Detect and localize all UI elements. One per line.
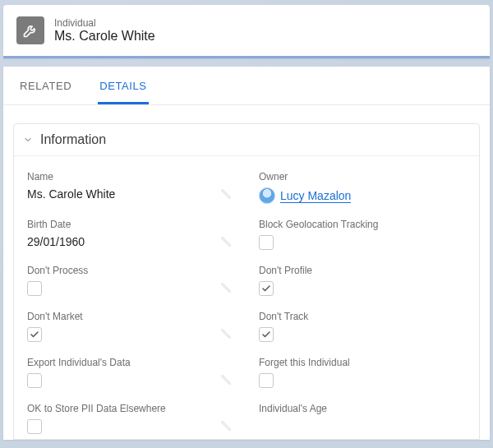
checkbox[interactable] — [27, 419, 42, 434]
field-label: OK to Store PII Data Elsewhere — [27, 403, 234, 414]
field-export-data: Export Individual's Data — [27, 357, 234, 388]
field-label: Individual's Age — [259, 403, 466, 414]
field-dont-market: Don't Market — [27, 311, 234, 342]
field-birth-date: Birth Date 29/01/1960 — [27, 219, 234, 250]
checkbox[interactable] — [27, 327, 42, 342]
field-name: Name Ms. Carole White — [27, 171, 234, 204]
checkbox[interactable] — [259, 235, 274, 250]
field-dont-profile: Don't Profile — [259, 265, 466, 296]
field-dont-process: Don't Process — [27, 265, 234, 296]
checkbox[interactable] — [259, 373, 274, 388]
field-individuals-age: Individual's Age — [259, 403, 466, 434]
field-ok-store-pii: OK to Store PII Data Elsewhere — [27, 403, 234, 434]
field-label: Block Geolocation Tracking — [259, 219, 466, 230]
field-label: Name — [27, 171, 234, 182]
field-block-geolocation: Block Geolocation Tracking — [259, 219, 466, 250]
chevron-down-icon — [22, 134, 34, 145]
field-value[interactable]: Ms. Carole White — [27, 187, 234, 201]
field-label: Don't Track — [259, 311, 466, 322]
wrench-icon — [16, 16, 44, 44]
details-panel: RELATED DETAILS Information Name Ms. Car… — [3, 67, 490, 440]
section-information: Information Name Ms. Carole White Owner … — [13, 123, 480, 440]
field-owner: Owner Lucy Mazalon — [259, 171, 466, 204]
field-label: Forget this Individual — [259, 357, 466, 368]
field-value[interactable]: 29/01/1960 — [27, 235, 234, 248]
tab-details[interactable]: DETAILS — [98, 67, 148, 104]
checkbox[interactable] — [27, 373, 42, 388]
field-label: Birth Date — [27, 219, 234, 230]
field-dont-track: Don't Track — [259, 311, 466, 342]
field-label: Owner — [259, 171, 466, 182]
field-label: Export Individual's Data — [27, 357, 234, 368]
avatar — [259, 187, 275, 204]
record-title: Ms. Carole White — [54, 29, 155, 44]
checkbox[interactable] — [259, 327, 274, 342]
field-forget-individual: Forget this Individual — [259, 357, 466, 388]
tab-bar: RELATED DETAILS — [3, 67, 490, 105]
field-label: Don't Market — [27, 311, 234, 322]
tab-related[interactable]: RELATED — [18, 67, 73, 104]
field-label: Don't Profile — [259, 265, 466, 276]
field-label: Don't Process — [27, 265, 234, 276]
section-title: Information — [40, 132, 106, 147]
field-grid: Name Ms. Carole White Owner Lucy Mazalon… — [14, 156, 479, 439]
owner-link[interactable]: Lucy Mazalon — [280, 189, 351, 203]
record-header: Individual Ms. Carole White — [3, 5, 490, 58]
section-header-information[interactable]: Information — [14, 124, 479, 156]
checkbox[interactable] — [27, 281, 42, 296]
object-type-label: Individual — [54, 17, 155, 29]
checkbox[interactable] — [259, 281, 274, 296]
